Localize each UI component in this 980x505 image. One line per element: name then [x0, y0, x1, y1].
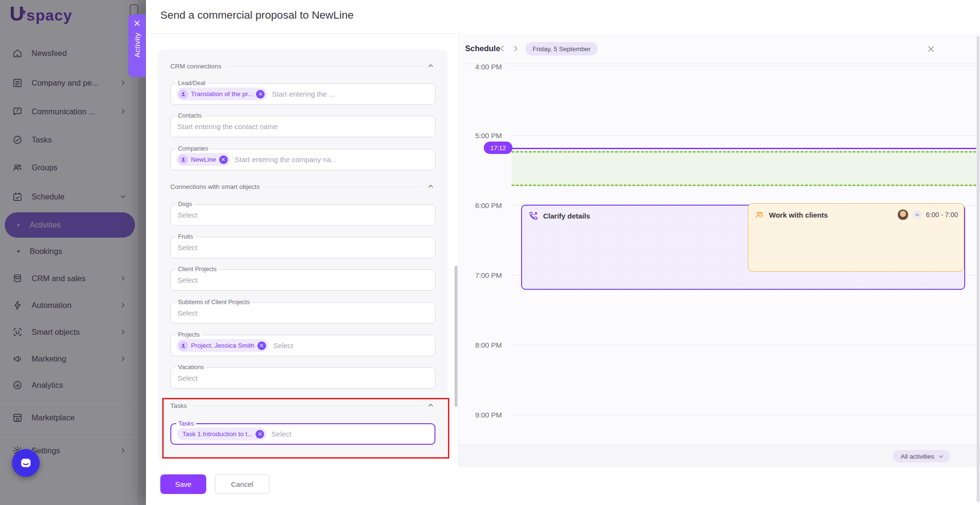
field-placeholder: Select [178, 309, 198, 317]
event-meta: 6:00 - 7:00 [897, 209, 958, 220]
schedule-grid: 4:00 PM 5:00 PM 6:00 PM 7:00 PM 8:00 PM … [459, 64, 980, 445]
event-header: Work with clients 6:00 - 7:00 [748, 204, 964, 220]
chip-close-icon[interactable] [219, 155, 228, 164]
filter-label: All activities [901, 453, 935, 460]
date-pill[interactable]: Friday, 5 September [525, 42, 598, 55]
field-client-projects[interactable]: Client Projects Select [170, 269, 435, 291]
current-time-line [512, 148, 976, 149]
avatar [897, 209, 909, 220]
field-placeholder: Select [178, 374, 198, 382]
time-label: 9:00 PM [475, 411, 510, 419]
field-label: Dogs [176, 200, 194, 209]
chip-label: NewLine [191, 156, 216, 163]
chip-label: Translation of the pr... [191, 90, 253, 98]
field-label: Subitems of Client Projects [176, 298, 252, 307]
tasks-highlight-rectangle [162, 398, 449, 459]
hour-gridline [512, 345, 976, 345]
time-label: 6:00 PM [475, 201, 510, 209]
person-icon [178, 89, 188, 99]
field-label: Projects [176, 331, 202, 339]
current-time-pill: 17:12 [484, 142, 512, 154]
close-schedule-icon[interactable] [927, 45, 935, 53]
field-placeholder: Select [178, 243, 198, 252]
activity-side-tab[interactable]: Activity [128, 14, 146, 77]
section-header-crm-connections: CRM connections [170, 61, 434, 71]
field-label: Client Projects [176, 265, 219, 274]
schedule-panel: Schedule Friday, 5 September [458, 33, 980, 467]
chip-companies[interactable]: NewLine [177, 153, 230, 166]
schedule-footer: All activities [459, 445, 980, 467]
save-button[interactable]: Save [160, 474, 206, 494]
people-icon [755, 210, 764, 220]
app-root: U spacy Newsfeed Company and pe... Commu… [0, 0, 980, 505]
time-label: 5:00 PM [475, 132, 510, 140]
field-placeholder: Start entering the contact name [178, 122, 278, 131]
activities-filter-dropdown[interactable]: All activities [893, 450, 950, 462]
field-label: Fruits [176, 233, 195, 241]
field-subitems[interactable]: Subitems of Client Projects Select [170, 302, 435, 324]
equals-status-icon [913, 210, 922, 220]
section-line [227, 66, 422, 66]
field-placeholder: Select [273, 341, 293, 350]
chip-lead-deal[interactable]: Translation of the pr... [177, 88, 267, 100]
cancel-button[interactable]: Cancel [215, 474, 269, 494]
field-vacations[interactable]: Vacations Select [170, 367, 435, 389]
person-icon [178, 155, 188, 165]
event-title: Work with clients [769, 211, 828, 219]
field-placeholder: Start entering the company na... [235, 155, 337, 164]
event-work-with-clients[interactable]: Work with clients 6:00 - 7:00 [748, 203, 964, 272]
outgoing-call-icon [528, 211, 538, 221]
event-time: 6:00 - 7:00 [926, 211, 958, 219]
form-scrollbar[interactable] [455, 266, 457, 407]
field-label: Contacts [176, 112, 204, 120]
person-icon [178, 341, 188, 351]
chip-label: Project. Jessica Smith [191, 342, 255, 349]
field-label: Lead/Deal [176, 79, 208, 88]
field-dogs[interactable]: Dogs Select [170, 204, 435, 226]
field-projects[interactable]: Projects Project. Jessica Smith Select [170, 335, 435, 356]
availability-zone [512, 151, 976, 186]
time-label: 8:00 PM [475, 341, 510, 349]
activity-tab-label: Activity [133, 33, 142, 57]
field-fruits[interactable]: Fruits Select [170, 237, 435, 258]
chat-icon [20, 457, 32, 469]
chevron-up-icon[interactable] [427, 183, 434, 190]
section-title: Connections with smart objects [170, 183, 260, 190]
modal-backdrop[interactable] [0, 0, 146, 505]
prev-day-button[interactable] [498, 44, 506, 53]
hour-gridline [512, 135, 976, 136]
schedule-title: Schedule [465, 44, 500, 53]
chevron-up-icon[interactable] [427, 62, 434, 70]
activity-modal: Activity Send a commercial proposal to N… [146, 0, 980, 505]
field-placeholder: Select [178, 276, 198, 284]
section-title: CRM connections [170, 63, 222, 70]
field-label: Vacations [176, 363, 206, 372]
close-icon[interactable] [134, 20, 141, 27]
chip-projects[interactable]: Project. Jessica Smith [177, 339, 268, 352]
section-line [266, 187, 422, 187]
field-companies[interactable]: Companies NewLine Start entering the com… [170, 149, 435, 170]
page-scrollbar[interactable] [977, 36, 980, 502]
field-contacts[interactable]: Contacts Start entering the contact name [170, 116, 435, 137]
section-header-smart-objects: Connections with smart objects [170, 182, 434, 191]
field-placeholder: Start entering the ... [272, 90, 335, 98]
hour-gridline [512, 415, 976, 415]
chat-launcher-button[interactable] [12, 449, 40, 477]
next-day-button[interactable] [512, 44, 520, 53]
schedule-header: Schedule Friday, 5 September [459, 33, 980, 64]
chevron-down-icon [938, 453, 944, 460]
field-lead-deal[interactable]: Lead/Deal Translation of the pr... Start… [170, 83, 435, 105]
chip-close-icon[interactable] [256, 90, 265, 99]
chip-close-icon[interactable] [257, 341, 266, 350]
field-placeholder: Select [178, 211, 198, 219]
time-label: 7:00 PM [475, 271, 510, 279]
hour-gridline [512, 66, 976, 66]
event-title: Clarify details [543, 212, 590, 220]
field-label: Companies [176, 145, 211, 153]
modal-title: Send a commercial proposal to NewLine [160, 9, 354, 22]
time-label: 4:00 PM [475, 64, 510, 71]
